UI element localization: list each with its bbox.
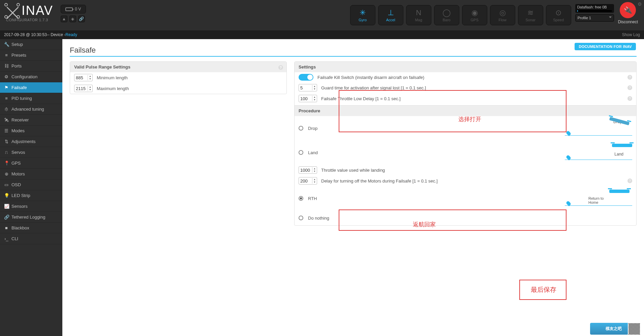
- drone-icon: [612, 144, 632, 147]
- sensor-glyph-icon: ✳: [360, 8, 366, 17]
- throttle-low-delay-input[interactable]: 100 ▲▼: [299, 95, 317, 102]
- sensor-speed: ⊙Speed: [546, 5, 571, 25]
- stepper-icon[interactable]: ▲▼: [88, 86, 92, 91]
- sensor-label: Mag: [415, 18, 422, 22]
- gps-fix-icon: ◈: [69, 16, 76, 22]
- sensor-glyph-icon: N: [416, 8, 421, 17]
- help-icon[interactable]: ?: [278, 65, 283, 70]
- stepper-icon[interactable]: ▲▼: [312, 85, 317, 90]
- sidebar-item-setup[interactable]: 🔧Setup: [0, 39, 62, 50]
- guard-time-label: Guard time for activation after signal l…: [321, 85, 426, 90]
- motor-off-delay-input[interactable]: 200 ▲▼: [299, 177, 317, 185]
- sidebar-item-led-strip[interactable]: 💡LED Strip: [0, 190, 62, 201]
- annotation-text: 选择打开: [458, 115, 481, 123]
- sidebar-icon: 📈: [4, 204, 9, 209]
- sidebar-icon: ⚙: [4, 74, 9, 79]
- show-log-button[interactable]: Show Log: [622, 32, 640, 37]
- sidebar-item-label: Receiver: [11, 117, 29, 122]
- sidebar-item-cli[interactable]: ›_CLI: [0, 233, 62, 244]
- panel-settings: Settings Failsafe Kill Switch (instantly…: [294, 61, 637, 226]
- panel-pulse-range: Valid Pulse Range Settings ? 885 ▲▼ Mini…: [70, 61, 287, 94]
- stepper-icon[interactable]: ▲▼: [312, 178, 317, 184]
- stepper-icon[interactable]: ▲▼: [312, 96, 317, 101]
- drone-icon: [609, 190, 630, 193]
- dataflash-widget[interactable]: Dataflash: free 0B: [575, 4, 614, 13]
- sidebar-icon: ⊕: [4, 171, 9, 176]
- guard-time-input[interactable]: 5 ▲▼: [299, 84, 317, 91]
- sensor-glyph-icon: ⊥: [388, 8, 394, 17]
- sidebar-item-ports[interactable]: ⛓Ports: [0, 61, 62, 72]
- disconnect-button[interactable]: 🔌 Disconnect: [618, 2, 638, 28]
- min-length-input[interactable]: 885 ▲▼: [74, 74, 93, 81]
- sidebar-item-label: PID tuning: [11, 96, 32, 101]
- procedure-rth-radio[interactable]: [299, 196, 303, 201]
- sensor-gyro: ✳Gyro: [350, 5, 375, 25]
- failsafe-kill-switch-toggle[interactable]: [299, 74, 313, 81]
- sidebar-item-sensors[interactable]: 📈Sensors: [0, 201, 62, 212]
- sidebar-icon: ■: [4, 225, 9, 230]
- sidebar-item-advanced-tuning[interactable]: ⫛Advanced tuning: [0, 104, 62, 115]
- stepper-icon[interactable]: ▲▼: [88, 75, 92, 80]
- page-title: Failsafe: [70, 46, 637, 55]
- rth-media-label: Return to Home: [588, 196, 609, 204]
- procedure-drop-label: Drop: [308, 126, 317, 131]
- qr-icon: [628, 323, 641, 335]
- sidebar-icon: 🛰: [4, 117, 9, 122]
- sidebar-item-pid-tuning[interactable]: ≡PID tuning: [0, 93, 62, 104]
- sidebar-item-adjustments[interactable]: ⇅Adjustments: [0, 136, 62, 147]
- log-device: -- Device -: [47, 32, 65, 37]
- sidebar-item-failsafe[interactable]: ⚑Failsafe: [0, 82, 62, 93]
- sidebar-item-configuration[interactable]: ⚙Configuration: [0, 72, 62, 82]
- sidebar-item-label: Servos: [11, 150, 25, 155]
- sidebar-icon: ≡: [4, 53, 9, 58]
- sidebar-icon: ≡: [4, 96, 9, 101]
- sidebar-item-label: Motors: [11, 171, 25, 176]
- sensor-glyph-icon: ◯: [442, 8, 451, 17]
- sidebar-icon: ⇅: [4, 139, 9, 144]
- sidebar-item-gps[interactable]: 📍GPS: [0, 158, 62, 169]
- procedure-donothing-radio[interactable]: [299, 216, 303, 220]
- sensor-mag: NMag: [406, 5, 431, 25]
- sidebar-item-servos[interactable]: ⎍Servos: [0, 147, 62, 158]
- help-icon[interactable]: ?: [627, 178, 632, 183]
- sensor-label: Gyro: [359, 18, 367, 22]
- sidebar-icon: ☰: [4, 128, 9, 133]
- profile-selected: Profile 1: [578, 16, 591, 20]
- log-status: Ready: [65, 32, 77, 37]
- documentation-button[interactable]: DOCUMENTATION FOR INAV: [575, 43, 636, 50]
- sidebar-item-modes[interactable]: ☰Modes: [0, 125, 62, 136]
- procedure-land-radio[interactable]: [299, 150, 303, 155]
- sidebar-item-presets[interactable]: ≡Presets: [0, 50, 62, 61]
- sensor-flow: ◎Flow: [490, 5, 515, 25]
- gear-icon[interactable]: ⚙: [638, 1, 642, 7]
- dataflash-label: Dataflash: free 0B: [577, 5, 607, 9]
- sidebar-item-label: GPS: [11, 161, 21, 166]
- sensor-label: Flow: [499, 18, 507, 22]
- sidebar-item-label: OSD: [11, 182, 21, 187]
- sensor-glyph-icon: ⊙: [555, 8, 561, 17]
- sidebar-icon: 🔗: [4, 215, 9, 220]
- battery-voltage: 0 V: [75, 7, 81, 11]
- landing-throttle-input[interactable]: 1000 ▲▼: [299, 166, 317, 174]
- sidebar-icon: ▭: [4, 182, 9, 187]
- max-length-input[interactable]: 2115 ▲▼: [74, 85, 93, 92]
- sidebar-item-tethered-logging[interactable]: 🔗Tethered Logging: [0, 212, 62, 223]
- log-timestamp: 2017-09-28 @ 10:30:53: [4, 32, 47, 37]
- stepper-icon[interactable]: ▲▼: [312, 167, 317, 173]
- panel-procedure-heading: Procedure: [299, 108, 320, 113]
- landing-throttle-label: Throttle value used while landing: [321, 168, 385, 173]
- sidebar-item-motors[interactable]: ⊕Motors: [0, 169, 62, 179]
- help-icon[interactable]: ?: [627, 75, 632, 80]
- help-icon[interactable]: ?: [627, 96, 632, 101]
- min-length-label: Minimum length: [97, 75, 128, 80]
- sidebar-item-osd[interactable]: ▭OSD: [0, 179, 62, 190]
- sensor-sonar: ≋Sonar: [518, 5, 543, 25]
- sidebar-item-receiver[interactable]: 🛰Receiver: [0, 115, 62, 125]
- sidebar-item-blackbox[interactable]: ■Blackbox: [0, 223, 62, 233]
- procedure-drop-radio[interactable]: [299, 126, 303, 131]
- profile-select[interactable]: Profile 1: [575, 14, 614, 22]
- link-icon: 🔗: [78, 16, 85, 22]
- kill-switch-label: Failsafe Kill Switch (instantly disarm a…: [317, 75, 424, 80]
- help-icon[interactable]: ?: [627, 85, 632, 90]
- procedure-donothing-label: Do nothing: [308, 216, 329, 221]
